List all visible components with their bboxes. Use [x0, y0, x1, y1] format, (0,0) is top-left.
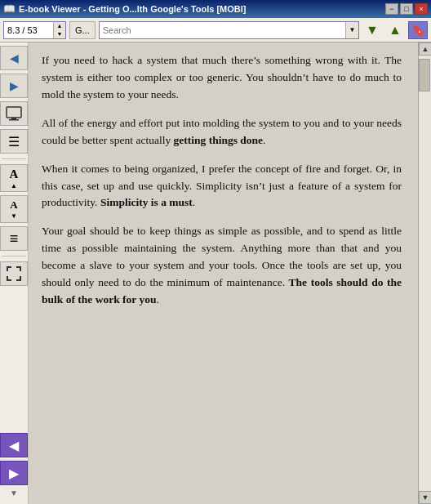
- divider-2: [2, 256, 26, 256]
- nav-down-button[interactable]: ▼: [362, 21, 382, 39]
- bookmark-button[interactable]: 🔖: [408, 21, 428, 39]
- next-section-button[interactable]: ▶: [0, 461, 28, 485]
- search-dropdown-arrow[interactable]: ▼: [345, 22, 358, 38]
- prefs-button[interactable]: ≡: [0, 226, 28, 251]
- sidebar: ◀ ▶ ☰ A ▲ A ▼ ≡: [0, 42, 29, 504]
- toc-button[interactable]: ☰: [0, 129, 28, 154]
- content-paragraph: All of the energy and effort put into mo…: [42, 115, 402, 149]
- content-paragraph: Your goal should be to keep things as si…: [42, 223, 402, 309]
- spinner-up-button[interactable]: ▲: [54, 22, 65, 30]
- titlebar: 📖 E-book Viewer - Getting O...lth Google…: [0, 0, 431, 18]
- scroll-track[interactable]: [419, 56, 431, 491]
- sidebar-bottom: ◀ ▶ ▼: [0, 433, 28, 501]
- svg-rect-0: [7, 107, 21, 118]
- svg-rect-1: [11, 118, 16, 119]
- font-decrease-icon: A: [10, 198, 17, 212]
- scroll-down-button[interactable]: ▼: [419, 491, 431, 504]
- page-input[interactable]: 8.3 / 53: [4, 22, 53, 38]
- main-area: ◀ ▶ ☰ A ▲ A ▼ ≡: [0, 42, 431, 504]
- close-button[interactable]: ×: [415, 3, 428, 15]
- svg-rect-2: [9, 119, 19, 121]
- fullscreen-icon: [6, 265, 22, 282]
- back-button[interactable]: ◀: [0, 46, 28, 70]
- content-area[interactable]: If you need to hack a system that much t…: [29, 42, 418, 504]
- spinner-arrows: ▲ ▼: [53, 22, 65, 38]
- window-title: E-book Viewer - Getting O...lth Google's…: [19, 4, 385, 14]
- scroll-thumb[interactable]: [419, 59, 430, 91]
- font-increase-button[interactable]: A ▲: [0, 164, 28, 192]
- page-spinner: 8.3 / 53 ▲ ▼: [3, 21, 66, 39]
- fullscreen-button[interactable]: [0, 261, 28, 286]
- content-paragraph: If you need to hack a system that much t…: [42, 52, 402, 104]
- font-increase-sub: ▲: [11, 182, 17, 190]
- divider-1: [2, 158, 26, 159]
- content-display: If you need to hack a system that much t…: [29, 42, 431, 504]
- minimize-button[interactable]: −: [385, 3, 398, 15]
- scroll-up-button[interactable]: ▲: [419, 42, 431, 56]
- prefs-icon: ≡: [10, 230, 19, 248]
- window-controls: − □ ×: [385, 3, 428, 15]
- nav-up-button[interactable]: ▲: [385, 21, 405, 39]
- font-increase-icon: A: [10, 167, 19, 181]
- spinner-down-button[interactable]: ▼: [54, 30, 65, 38]
- goto-button[interactable]: G...: [69, 21, 96, 39]
- toc-icon: ☰: [8, 134, 20, 149]
- app-icon: 📖: [3, 3, 16, 15]
- monitor-icon: [6, 106, 22, 121]
- font-decrease-button[interactable]: A ▼: [0, 195, 28, 223]
- content-paragraph: When it comes to being organized, I pref…: [42, 161, 402, 212]
- view-mode-button[interactable]: [0, 101, 28, 126]
- sidebar-bottom-arrow: ▼: [10, 488, 18, 497]
- scrollbar: ▲ ▼: [418, 42, 431, 504]
- search-combo: ▼: [99, 21, 359, 39]
- next-circle-icon: ▶: [9, 466, 19, 481]
- maximize-button[interactable]: □: [400, 3, 413, 15]
- toolbar: 8.3 / 53 ▲ ▼ G... ▼ ▼ ▲ 🔖: [0, 18, 431, 42]
- bookmark-icon: 🔖: [411, 24, 425, 37]
- font-decrease-sub: ▼: [11, 212, 17, 220]
- forward-button[interactable]: ▶: [0, 74, 28, 98]
- prev-circle-icon: ◀: [9, 438, 19, 453]
- prev-section-button[interactable]: ◀: [0, 433, 28, 457]
- search-input[interactable]: [100, 22, 345, 38]
